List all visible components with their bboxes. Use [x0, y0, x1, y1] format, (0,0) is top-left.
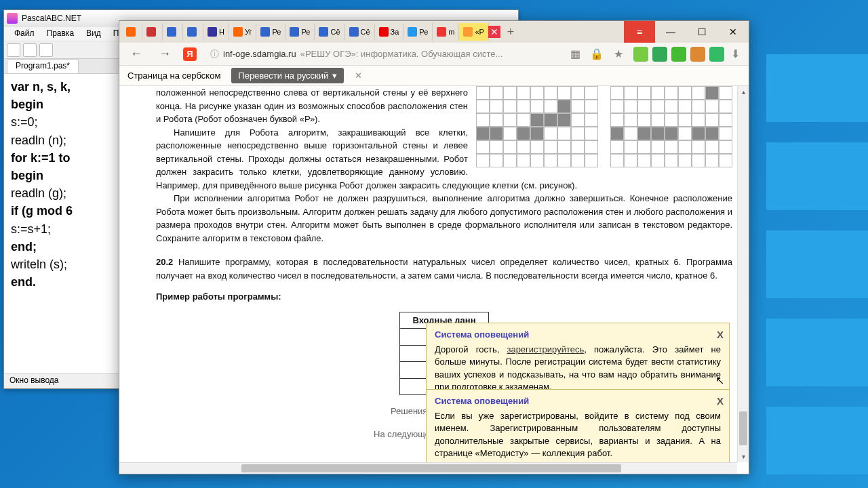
- browser-menu-button[interactable]: ≡: [624, 21, 655, 43]
- tab-active[interactable]: «Р: [459, 23, 488, 41]
- translate-close-icon[interactable]: ✕: [355, 70, 362, 81]
- ext-icon-5[interactable]: [709, 47, 724, 62]
- tab-8[interactable]: Сё: [315, 23, 344, 41]
- tab-9[interactable]: Сё: [345, 23, 375, 41]
- forward-button[interactable]: →: [155, 47, 175, 61]
- scroll-down-icon: ▾: [738, 451, 749, 462]
- tab-0[interactable]: [122, 23, 142, 41]
- tab-6[interactable]: Ре: [256, 23, 285, 41]
- browser-address-bar: ← → Я ⓘ inf-oge.sdamgia.ru «РЕШУ ОГЭ»: и…: [119, 43, 749, 66]
- menu-edit[interactable]: Правка: [41, 26, 81, 41]
- ext-icon-2[interactable]: [652, 47, 667, 62]
- scroll-up-icon: ▴: [738, 86, 749, 98]
- ext-icon-4[interactable]: [690, 47, 705, 62]
- notif-title: Система оповещений: [435, 395, 721, 407]
- tb-open-icon[interactable]: [23, 43, 37, 57]
- translate-bar: Страница на сербском Перевести на русски…: [119, 66, 749, 86]
- notification-login: X Система оповещений Если вы уже зарегис…: [426, 389, 730, 467]
- page-viewport[interactable]: положенной непосредственно слева от верт…: [119, 86, 749, 474]
- yandex-icon[interactable]: Я: [183, 47, 197, 61]
- tab-1[interactable]: [142, 23, 163, 41]
- notif-body: Если вы уже зарегистрированы, войдите в …: [435, 410, 721, 460]
- bookmark-icon[interactable]: ★: [612, 47, 625, 61]
- browser-tabstrip: Н Уг Ре Ре Сё Сё За Ре m «Р ✕ + ≡ — ☐ ✕: [119, 21, 749, 43]
- notif-title: Система оповещений: [435, 329, 721, 341]
- translate-detected: Страница на сербском: [127, 70, 220, 81]
- tab-2[interactable]: [163, 23, 183, 41]
- chevron-down-icon: ▾: [332, 70, 337, 81]
- tab-7[interactable]: Ре: [285, 23, 315, 41]
- tab-12[interactable]: m: [433, 23, 459, 41]
- task-20-2: 20.2 Напишите программу, которая в после…: [156, 256, 732, 282]
- scroll-thumb: [241, 464, 621, 472]
- url-input[interactable]: ⓘ inf-oge.sdamgia.ru «РЕШУ ОГЭ»: информа…: [205, 48, 560, 60]
- task-paragraph-3: При исполнении алгоритма Робот не должен…: [156, 192, 732, 245]
- grid-right: [610, 86, 732, 167]
- back-button[interactable]: ←: [126, 47, 146, 61]
- tab-5[interactable]: Уг: [229, 23, 257, 41]
- tab-close-icon[interactable]: ✕: [488, 26, 500, 38]
- notif-body: Дорогой гость, зарегистрируйтесь, пожалу…: [435, 344, 721, 393]
- menu-file[interactable]: Файл: [8, 26, 41, 41]
- vertical-scrollbar[interactable]: ▴ ▾: [737, 86, 749, 462]
- pascal-title-text: PascalABC.NET: [22, 14, 81, 23]
- tb-save-icon[interactable]: [39, 43, 53, 57]
- pascal-file-tab[interactable]: Program1.pas*: [7, 59, 79, 73]
- download-icon[interactable]: ⬇: [728, 47, 742, 61]
- browser-window: Н Уг Ре Ре Сё Сё За Ре m «Р ✕ + ≡ — ☐ ✕ …: [119, 20, 749, 474]
- example-label: Пример работы программы:: [156, 290, 732, 304]
- robot-grid-figures: [476, 86, 732, 167]
- register-link[interactable]: зарегистрируйтесь: [507, 344, 584, 354]
- window-maximize-button[interactable]: ☐: [686, 21, 717, 43]
- tab-11[interactable]: Ре: [403, 23, 433, 41]
- tab-3[interactable]: [183, 23, 203, 41]
- window-minimize-button[interactable]: —: [655, 21, 686, 43]
- tab-10[interactable]: За: [375, 23, 404, 41]
- tb-new-icon[interactable]: [7, 43, 20, 57]
- menu-view[interactable]: Вид: [80, 26, 107, 41]
- horizontal-scrollbar[interactable]: [119, 462, 737, 474]
- scroll-thumb: [739, 411, 747, 445]
- translate-button[interactable]: Перевести на русский▾: [231, 68, 344, 83]
- notif-close-button[interactable]: X: [717, 327, 724, 342]
- window-close-button[interactable]: ✕: [717, 21, 749, 43]
- grid-left: [476, 86, 598, 167]
- tab-4[interactable]: Н: [203, 23, 229, 41]
- lock-icon[interactable]: 🔒: [590, 47, 604, 61]
- notif-close-button[interactable]: X: [717, 394, 724, 408]
- ext-icon-3[interactable]: [671, 47, 686, 62]
- new-tab-button[interactable]: +: [500, 25, 521, 39]
- pascal-app-icon: [7, 13, 18, 24]
- reader-icon[interactable]: ▦: [568, 47, 582, 61]
- ext-icon-1[interactable]: [633, 47, 648, 62]
